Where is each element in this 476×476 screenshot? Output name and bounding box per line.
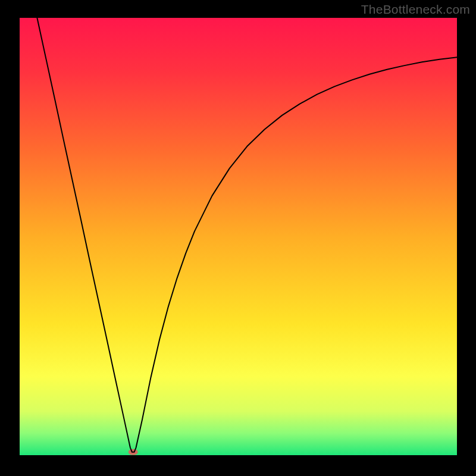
bottleneck-chart <box>0 0 476 476</box>
plot-background <box>20 18 457 455</box>
chart-container: TheBottleneck.com <box>0 0 476 476</box>
watermark-text: TheBottleneck.com <box>361 2 470 17</box>
